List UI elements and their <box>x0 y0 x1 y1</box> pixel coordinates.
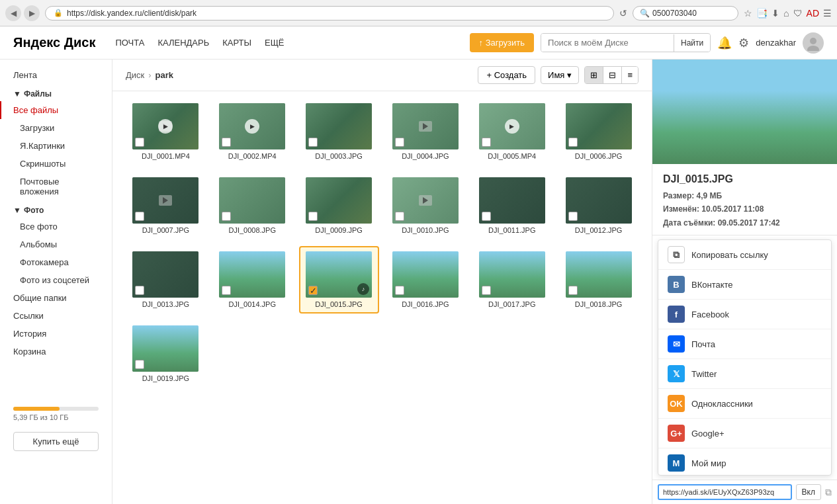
sidebar-section-photos[interactable]: ▼ Фото <box>0 200 112 218</box>
shield-button[interactable]: 🛡 <box>793 8 803 19</box>
thumb-checkbox[interactable]: ✓ <box>308 286 318 295</box>
view-list-button[interactable]: ≡ <box>622 67 638 83</box>
sidebar-item-all-photos[interactable]: Все фото <box>0 218 112 235</box>
sidebar-item-feed[interactable]: Лента <box>0 66 112 84</box>
search-button[interactable]: Найти <box>674 34 710 52</box>
share-item-ok[interactable]: OK Одноклассники <box>658 389 831 419</box>
file-item[interactable]: ▶ DJI_0001.MP4 <box>126 98 206 165</box>
create-button[interactable]: + Создать <box>478 66 535 84</box>
download-button[interactable]: ⬇ <box>771 8 779 19</box>
file-item[interactable]: DJI_0007.JPG <box>126 172 206 239</box>
sidebar-item-downloads[interactable]: Загрузки <box>0 119 112 137</box>
thumb-checkbox[interactable] <box>568 212 578 221</box>
user-avatar[interactable] <box>803 32 824 54</box>
file-item[interactable]: DJI_0012.JPG <box>558 172 639 239</box>
share-item-vk[interactable]: В ВКонтакте <box>658 270 831 300</box>
sort-button[interactable]: Имя ▾ <box>541 66 579 84</box>
address-bar[interactable]: 🔒 https://disk.yandex.ru/client/disk/par… <box>45 6 614 21</box>
home-button[interactable]: ⌂ <box>783 8 789 19</box>
file-item[interactable]: ▶ DJI_0002.MP4 <box>212 98 292 165</box>
notifications-button[interactable]: 🔔 <box>717 36 732 50</box>
breadcrumb-root[interactable]: Диск <box>126 70 144 80</box>
file-item[interactable]: DJI_0006.JPG <box>558 98 639 165</box>
file-item[interactable]: DJI_0016.JPG <box>386 246 466 314</box>
thumb-checkbox[interactable] <box>222 212 231 221</box>
thumb-checkbox[interactable] <box>482 138 491 147</box>
settings-button[interactable]: ⚙ <box>738 36 749 50</box>
adblock-button[interactable]: AD <box>807 8 819 19</box>
nav-calendar[interactable]: КАЛЕНДАРЬ <box>157 38 209 48</box>
sidebar-item-trash[interactable]: Корзина <box>0 343 112 360</box>
thumb-checkbox[interactable] <box>568 286 578 295</box>
share-link-input[interactable] <box>658 484 792 500</box>
sidebar-item-links[interactable]: Ссылки <box>0 307 112 325</box>
sidebar-item-history[interactable]: История <box>0 325 112 343</box>
thumb-checkbox[interactable] <box>222 286 231 295</box>
file-item[interactable]: DJI_0003.JPG <box>299 98 379 165</box>
panel-meta: Размер: 4,9 МБ Изменён: 10.05.2017 11:08… <box>663 189 826 230</box>
thumb-checkbox[interactable] <box>395 212 404 221</box>
view-grid-small-button[interactable]: ⊞ <box>585 67 603 83</box>
nav-maps[interactable]: КАРТЫ <box>222 38 251 48</box>
file-item[interactable]: ✓ ♪ DJI_0015.JPG <box>299 246 379 314</box>
sidebar-item-camera[interactable]: Фотокамера <box>0 253 112 271</box>
view-grid-large-button[interactable]: ⊟ <box>603 67 622 83</box>
file-name: DJI_0007.JPG <box>142 226 190 234</box>
forward-button[interactable]: ▶ <box>24 5 40 21</box>
share-item-mail[interactable]: ✉ Почта <box>658 329 831 359</box>
file-item[interactable]: DJI_0009.JPG <box>299 172 379 239</box>
file-name: DJI_0010.JPG <box>402 226 449 234</box>
bookmark-button[interactable]: 📑 <box>756 8 768 19</box>
file-item[interactable]: DJI_0010.JPG <box>386 172 466 239</box>
file-item[interactable]: DJI_0018.JPG <box>558 246 639 314</box>
thumb-checkbox[interactable] <box>568 138 578 147</box>
file-item[interactable]: DJI_0014.JPG <box>212 246 292 314</box>
link-toggle-button[interactable]: Вкл <box>796 484 821 500</box>
menu-button[interactable]: ☰ <box>823 8 832 19</box>
back-button[interactable]: ◀ <box>5 5 21 21</box>
reload-button[interactable]: ↺ <box>619 8 627 19</box>
nav-mail[interactable]: ПОЧТА <box>115 38 144 48</box>
file-item[interactable]: DJI_0008.JPG <box>212 172 292 239</box>
star-button[interactable]: ☆ <box>744 8 752 19</box>
file-item[interactable]: DJI_0011.JPG <box>472 172 552 239</box>
file-item[interactable]: ▶ DJI_0005.MP4 <box>472 98 552 165</box>
sidebar-item-social-photos[interactable]: Фото из соцсетей <box>0 271 112 289</box>
thumb-checkbox[interactable] <box>135 212 144 221</box>
thumb-checkbox[interactable] <box>395 286 404 295</box>
sidebar-item-shared[interactable]: Общие папки <box>0 289 112 307</box>
thumb-checkbox[interactable] <box>135 138 144 147</box>
thumb-checkbox[interactable] <box>222 138 231 147</box>
thumb-checkbox[interactable] <box>482 286 491 295</box>
share-item-gp[interactable]: G+ Google+ <box>658 419 831 448</box>
browser-search-bar[interactable]: 🔍 0500703040 <box>633 6 738 21</box>
sidebar-section-files[interactable]: ▼ Файлы <box>0 84 112 101</box>
nav-more[interactable]: ЕЩЁ <box>265 38 285 48</box>
copy-link-icon: ⧉ <box>825 487 832 498</box>
sidebar-item-albums[interactable]: Альбомы <box>0 235 112 253</box>
file-item[interactable]: DJI_0013.JPG <box>126 246 206 314</box>
sidebar-item-screenshots[interactable]: Скриншоты <box>0 155 112 173</box>
sidebar-item-mail-attachments[interactable]: Почтовые вложения <box>0 173 112 200</box>
sidebar-item-all-files[interactable]: Все файлы <box>0 101 112 119</box>
thumb-checkbox[interactable] <box>135 360 144 369</box>
share-mail-icon: ✉ <box>668 335 685 353</box>
share-item-copy[interactable]: ⧉ Копировать ссылку <box>658 240 831 270</box>
file-item[interactable]: DJI_0004.JPG <box>386 98 466 165</box>
thumb-checkbox[interactable] <box>482 212 491 221</box>
buy-storage-button[interactable]: Купить ещё <box>13 432 99 451</box>
sidebar-item-images[interactable]: Я.Картинки <box>0 137 112 155</box>
upload-button[interactable]: ↑ Загрузить <box>470 33 534 52</box>
breadcrumb-current: park <box>155 70 173 80</box>
share-item-mm[interactable]: М Мой мир <box>658 448 831 476</box>
share-item-fb[interactable]: f Facebook <box>658 300 831 329</box>
share-item-tw[interactable]: 𝕏 Twitter <box>658 359 831 389</box>
thumb-checkbox[interactable] <box>308 212 318 221</box>
file-item[interactable]: DJI_0019.JPG <box>126 320 206 388</box>
search-input[interactable] <box>541 34 674 52</box>
file-item[interactable]: DJI_0017.JPG <box>472 246 552 314</box>
thumb-checkbox[interactable] <box>395 138 404 147</box>
thumb-checkbox[interactable] <box>135 286 144 295</box>
thumb-checkbox[interactable] <box>308 138 318 147</box>
file-name: DJI_0015.JPG <box>315 300 363 308</box>
